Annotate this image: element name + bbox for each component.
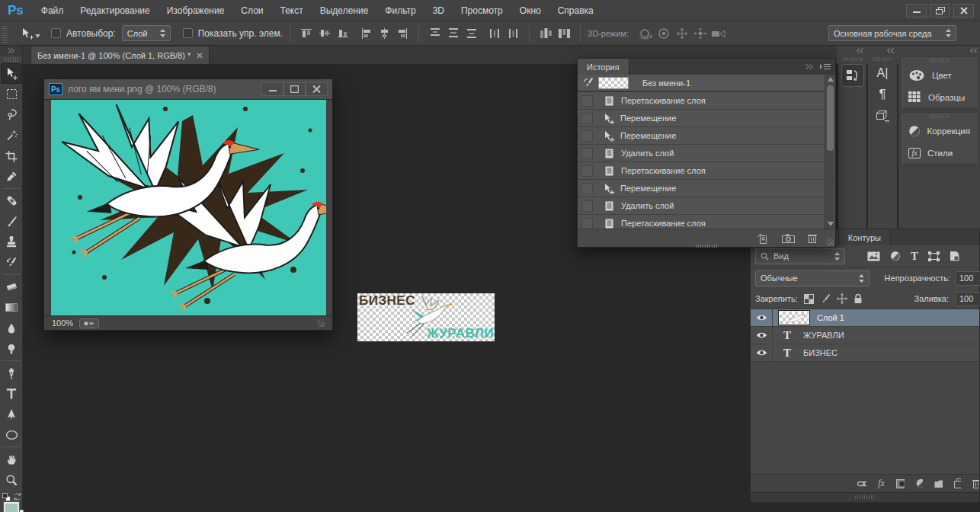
lasso-tool[interactable] <box>0 104 23 125</box>
eyedropper-tool[interactable] <box>0 166 23 187</box>
distribute-top-edges-button[interactable] <box>426 25 444 42</box>
align-horizontal-centers-button[interactable] <box>375 25 393 42</box>
history-step[interactable]: Перемещение <box>578 127 835 145</box>
default-colors-icon[interactable] <box>2 493 11 501</box>
dock-collapse-icon[interactable] <box>868 46 897 56</box>
visibility-toggle[interactable] <box>751 309 773 327</box>
dock-collapse-icon[interactable] <box>838 46 866 56</box>
lock-transparency-icon[interactable] <box>804 294 814 304</box>
panel-drag-grip[interactable] <box>696 245 719 248</box>
auto-align-layers-button[interactable] <box>536 25 555 42</box>
new-document-from-state-icon[interactable] <box>757 233 769 244</box>
3d-rotate-icon[interactable] <box>636 25 655 42</box>
layer-row-text[interactable]: T ЖУРАВЛИ <box>751 327 979 344</box>
dock-grip[interactable] <box>930 114 950 118</box>
panel-resize-grip[interactable] <box>826 238 834 245</box>
options-grip[interactable] <box>2 24 8 43</box>
delete-state-icon[interactable] <box>808 233 817 243</box>
history-tab[interactable]: История <box>578 59 629 75</box>
menu-view[interactable]: Просмотр <box>453 5 511 16</box>
ellipse-tool[interactable] <box>0 424 23 445</box>
menu-type[interactable]: Текст <box>272 5 312 16</box>
dodge-tool[interactable] <box>0 338 23 359</box>
layer-row-selected[interactable]: Слой 1 <box>751 309 979 327</box>
layer-name[interactable]: БИЗНЕС <box>803 348 837 357</box>
zoom-level-value[interactable]: 100% <box>52 318 73 328</box>
blur-tool[interactable] <box>0 318 23 338</box>
brush-tool[interactable] <box>0 211 23 232</box>
layer-thumbnail[interactable] <box>779 311 809 325</box>
dock-grip[interactable] <box>930 59 950 62</box>
menu-image[interactable]: Изображение <box>159 5 233 16</box>
tab-paths[interactable]: Контуры <box>839 229 891 245</box>
tool-preset-caret-icon[interactable] <box>35 34 40 38</box>
filter-pixel-layers-icon[interactable] <box>867 251 880 261</box>
minimize-button[interactable] <box>906 4 927 18</box>
3d-pan-icon[interactable] <box>673 25 691 42</box>
filter-shape-layers-icon[interactable] <box>928 251 940 261</box>
distribute-vertical-centers-button[interactable] <box>444 25 463 42</box>
crop-tool[interactable] <box>0 146 23 166</box>
history-source-well[interactable] <box>581 218 593 229</box>
hand-tool[interactable] <box>0 449 23 469</box>
layer-row-text[interactable]: T БИЗНЕС <box>751 344 979 362</box>
history-step[interactable]: Перетаскивание слоя <box>578 162 835 180</box>
history-step[interactable]: Перемещение <box>578 110 835 127</box>
align-left-edges-button[interactable] <box>357 25 375 42</box>
history-source-well[interactable] <box>581 165 593 177</box>
rectangular-marquee-tool[interactable] <box>0 84 23 104</box>
window-minimize-button[interactable] <box>261 82 283 96</box>
distribute-horizontal-centers-button[interactable] <box>504 25 522 42</box>
history-panel-button[interactable] <box>841 64 864 87</box>
floating-document-window[interactable]: Ps лого ям мини.png @ 100% (RGB/8) <box>43 78 333 331</box>
floating-window-titlebar[interactable]: Ps лого ям мини.png @ 100% (RGB/8) <box>44 79 332 100</box>
visibility-toggle[interactable] <box>751 344 773 362</box>
new-layer-icon[interactable] <box>954 478 961 488</box>
history-brush-tool[interactable] <box>0 252 23 273</box>
tab-close-icon[interactable] <box>197 53 203 59</box>
scroll-down-icon[interactable] <box>828 222 834 226</box>
history-step[interactable]: Перетаскивание слоя <box>578 215 835 229</box>
link-layers-icon[interactable] <box>857 480 866 488</box>
menu-filter[interactable]: Фильтр <box>376 5 424 16</box>
filter-type-select[interactable]: Вид <box>755 248 845 264</box>
autoselect-target-select[interactable]: Слой <box>122 25 171 41</box>
visibility-toggle[interactable] <box>751 327 773 344</box>
eraser-tool[interactable] <box>0 277 23 297</box>
delete-layer-icon[interactable] <box>972 478 979 488</box>
history-snapshot-row[interactable]: Без имени-1 <box>578 75 835 92</box>
history-scrollbar[interactable] <box>825 75 834 229</box>
history-brush-source-icon[interactable] <box>582 77 594 88</box>
scroll-up-icon[interactable] <box>828 77 834 82</box>
paragraph-panel-button[interactable]: ¶ <box>868 84 897 105</box>
align-vertical-centers-button[interactable] <box>315 25 334 42</box>
opacity-value[interactable]: 100 <box>955 271 980 286</box>
close-button[interactable] <box>953 4 974 18</box>
character-panel-button[interactable]: A| <box>868 62 897 84</box>
toolbar-collapse-icon[interactable] <box>0 46 22 56</box>
panel-resize-grip[interactable] <box>855 495 875 499</box>
auto-align-options-button[interactable] <box>555 25 573 42</box>
adjustment-layer-icon[interactable] <box>916 478 923 488</box>
menu-file[interactable]: Файл <box>33 5 72 16</box>
history-step[interactable]: Удалить слой <box>578 197 835 215</box>
align-top-edges-button[interactable] <box>297 25 315 42</box>
lock-pixels-icon[interactable] <box>820 293 831 304</box>
panel-menu-icon[interactable] <box>820 63 831 70</box>
menu-layers[interactable]: Слои <box>232 5 271 16</box>
new-snapshot-icon[interactable] <box>782 234 795 243</box>
history-source-well[interactable] <box>581 183 593 194</box>
layer-name[interactable]: ЖУРАВЛИ <box>803 331 844 340</box>
distribute-bottom-edges-button[interactable] <box>463 25 481 42</box>
canvas-document-content[interactable]: БИЗНЕС ЖУРАВЛИ <box>357 293 495 341</box>
workspace-select[interactable]: Основная рабочая среда <box>828 25 956 41</box>
magic-wand-tool[interactable] <box>0 125 23 146</box>
path-selection-tool[interactable] <box>0 404 23 424</box>
move-tool-preset-icon[interactable] <box>18 25 37 42</box>
align-bottom-edges-button[interactable] <box>334 25 352 42</box>
document-tab[interactable]: Без имени-1 @ 100% (Слой 1, RGB/8) * <box>30 46 210 64</box>
adjustments-panel-button[interactable]: Коррекция <box>901 120 978 142</box>
history-step[interactable]: Удалить слой <box>578 145 835 162</box>
dock-grip[interactable] <box>873 57 892 61</box>
swatches-panel-button[interactable]: Образцы <box>901 86 978 108</box>
